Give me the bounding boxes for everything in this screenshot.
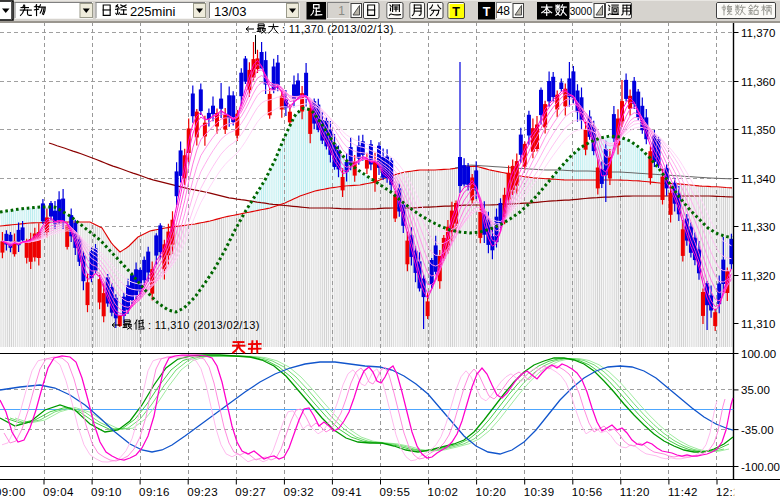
svg-text:09:27: 09:27 bbox=[235, 486, 266, 498]
svg-text:11,360: 11,360 bbox=[741, 76, 775, 88]
svg-text:48: 48 bbox=[497, 4, 511, 18]
svg-text:: 11,370 (2013/02/13): : 11,370 (2013/02/13) bbox=[282, 23, 394, 35]
svg-text:100.00: 100.00 bbox=[741, 348, 776, 360]
svg-text:09:32: 09:32 bbox=[283, 486, 314, 498]
svg-text:09:00: 09:00 bbox=[0, 486, 26, 498]
svg-text:11,340: 11,340 bbox=[741, 173, 775, 185]
svg-text:11,330: 11,330 bbox=[741, 221, 775, 233]
svg-text:09:41: 09:41 bbox=[331, 486, 362, 498]
svg-text:T: T bbox=[483, 5, 491, 19]
svg-text:11:20: 11:20 bbox=[620, 486, 650, 498]
svg-text:: 11,310 (2013/02/13): : 11,310 (2013/02/13) bbox=[148, 319, 260, 331]
svg-text:11,350: 11,350 bbox=[741, 124, 775, 136]
svg-text:13/03: 13/03 bbox=[214, 4, 247, 19]
svg-text:11,370: 11,370 bbox=[741, 27, 775, 39]
svg-text:11,320: 11,320 bbox=[741, 270, 775, 282]
svg-text:225mini: 225mini bbox=[130, 4, 176, 19]
svg-text:11,310: 11,310 bbox=[741, 318, 775, 330]
svg-text:1: 1 bbox=[338, 4, 345, 18]
svg-text:11:42: 11:42 bbox=[668, 486, 698, 498]
svg-text:-100.00: -100.00 bbox=[741, 461, 780, 473]
svg-text:10:02: 10:02 bbox=[428, 486, 459, 498]
svg-text:09:04: 09:04 bbox=[43, 486, 74, 498]
svg-text:10:39: 10:39 bbox=[524, 486, 555, 498]
svg-text:09:16: 09:16 bbox=[139, 486, 170, 498]
svg-text:09:10: 09:10 bbox=[91, 486, 122, 498]
svg-text:35.00: 35.00 bbox=[741, 384, 770, 396]
svg-text:T: T bbox=[452, 5, 460, 19]
svg-text:09:23: 09:23 bbox=[187, 486, 218, 498]
svg-text:3000: 3000 bbox=[570, 6, 593, 17]
svg-text:-35.00: -35.00 bbox=[741, 424, 774, 436]
svg-text:10:56: 10:56 bbox=[572, 486, 603, 498]
svg-text:10:20: 10:20 bbox=[476, 486, 507, 498]
svg-text:09:55: 09:55 bbox=[380, 486, 411, 498]
